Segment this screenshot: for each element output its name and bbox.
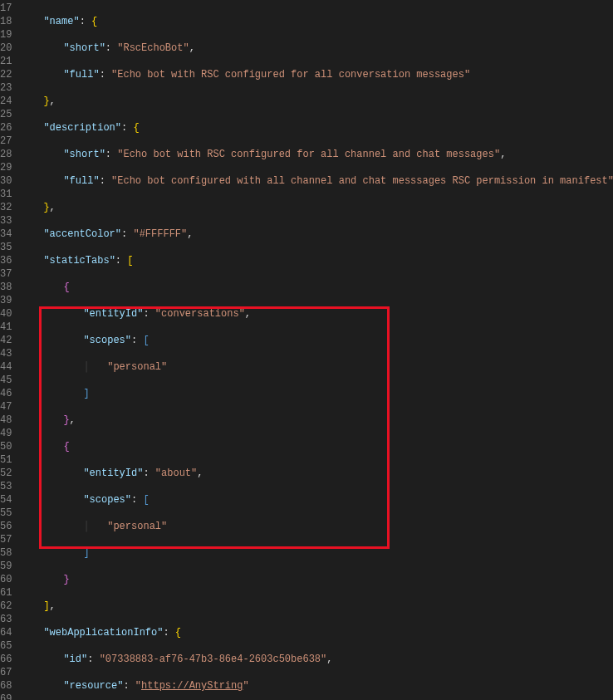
line-number: 66 bbox=[0, 653, 12, 666]
line-number: 62 bbox=[0, 600, 12, 613]
line-number: 35 bbox=[0, 241, 12, 254]
code-content[interactable]: "name": { "short": "RscEchoBot", "full":… bbox=[23, 0, 613, 700]
line-number: 58 bbox=[0, 546, 12, 560]
line-number: 48 bbox=[0, 414, 12, 427]
line-number: 28 bbox=[0, 148, 12, 161]
line-number: 69 bbox=[0, 693, 12, 700]
line-number: 54 bbox=[0, 493, 12, 507]
line-number: 17 bbox=[0, 2, 12, 15]
line-number: 38 bbox=[0, 281, 12, 294]
line-number: 51 bbox=[0, 453, 12, 467]
line-number: 19 bbox=[0, 28, 12, 42]
line-number: 67 bbox=[0, 666, 12, 679]
line-number: 55 bbox=[0, 507, 12, 520]
line-number: 41 bbox=[0, 321, 12, 334]
line-number: 22 bbox=[0, 68, 12, 81]
line-number: 49 bbox=[0, 427, 12, 440]
line-number: 30 bbox=[0, 174, 12, 188]
line-number: 25 bbox=[0, 108, 12, 121]
line-number: 59 bbox=[0, 560, 12, 573]
line-number: 23 bbox=[0, 81, 12, 95]
line-number: 45 bbox=[0, 374, 12, 387]
line-number: 56 bbox=[0, 520, 12, 533]
line-number: 26 bbox=[0, 121, 12, 135]
line-number: 42 bbox=[0, 334, 12, 347]
line-number-gutter: 1718192021222324252627282930313233343536… bbox=[0, 0, 23, 700]
line-number: 44 bbox=[0, 360, 12, 374]
line-number: 36 bbox=[0, 254, 12, 267]
line-number: 50 bbox=[0, 440, 12, 453]
line-number: 64 bbox=[0, 626, 12, 639]
line-number: 68 bbox=[0, 679, 12, 693]
line-number: 39 bbox=[0, 294, 12, 307]
code-editor[interactable]: 1718192021222324252627282930313233343536… bbox=[0, 0, 613, 700]
line-number: 40 bbox=[0, 307, 12, 321]
line-number: 61 bbox=[0, 586, 12, 600]
line-number: 29 bbox=[0, 161, 12, 174]
line-number: 46 bbox=[0, 387, 12, 400]
line-number: 32 bbox=[0, 201, 12, 214]
line-number: 57 bbox=[0, 533, 12, 546]
line-number: 33 bbox=[0, 214, 12, 228]
line-number: 47 bbox=[0, 400, 12, 414]
line-number: 21 bbox=[0, 55, 12, 68]
line-number: 60 bbox=[0, 573, 12, 586]
line-number: 31 bbox=[0, 188, 12, 201]
line-number: 43 bbox=[0, 347, 12, 360]
line-number: 18 bbox=[0, 15, 12, 28]
line-number: 27 bbox=[0, 135, 12, 148]
line-number: 37 bbox=[0, 267, 12, 281]
line-number: 53 bbox=[0, 480, 12, 493]
line-number: 24 bbox=[0, 95, 12, 108]
line-number: 52 bbox=[0, 467, 12, 480]
line-number: 34 bbox=[0, 228, 12, 241]
line-number: 63 bbox=[0, 613, 12, 626]
line-number: 65 bbox=[0, 639, 12, 653]
line-number: 20 bbox=[0, 42, 12, 55]
